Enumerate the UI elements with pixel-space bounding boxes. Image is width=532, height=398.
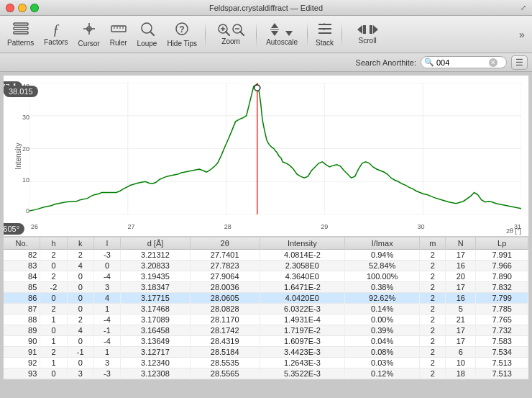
cursor-icon bbox=[82, 22, 96, 38]
col-d: d [Å] bbox=[121, 238, 191, 250]
table-header: No. h k l d [Å] 2θ Intensity I/Imax m N … bbox=[4, 238, 528, 250]
window-controls[interactable] bbox=[6, 4, 39, 12]
autoscale-icons bbox=[268, 22, 295, 37]
svg-rect-2 bbox=[14, 32, 28, 34]
col-n: N bbox=[446, 238, 476, 250]
autoscale-button[interactable]: Autoscale bbox=[260, 18, 303, 51]
col-lp: Lp bbox=[476, 238, 528, 250]
table-row[interactable]: 9303-33.1230828.55655.3522E-30.12%2187.5… bbox=[4, 368, 528, 379]
stack-button[interactable]: Stack bbox=[311, 18, 338, 51]
table-row[interactable]: 8222-33.2131227.74014.0814E-20.94%2177.9… bbox=[4, 250, 528, 261]
loupe-label: Loupe bbox=[137, 40, 157, 48]
hide-tips-icon: ? bbox=[175, 22, 189, 38]
loupe-icon bbox=[140, 22, 155, 38]
cursor-button[interactable]: Cursor bbox=[74, 18, 104, 51]
svg-rect-34 bbox=[370, 25, 372, 34]
table-row[interactable]: 8904-13.1645828.17421.7197E-20.39%2177.7… bbox=[4, 325, 528, 336]
minimize-button[interactable] bbox=[18, 4, 27, 12]
stack-label: Stack bbox=[316, 39, 334, 47]
x-tick-29: 29 bbox=[321, 223, 328, 230]
svg-line-12 bbox=[150, 32, 154, 35]
zoom-label: Zoom bbox=[221, 37, 240, 45]
separator-4 bbox=[341, 22, 342, 48]
hide-tips-label: Hide Tips bbox=[167, 40, 197, 48]
search-menu-button[interactable]: ☰ bbox=[511, 55, 528, 70]
y-axis-ticks: 40 30 20 10 0 bbox=[18, 83, 29, 214]
ruler-button[interactable]: Ruler bbox=[106, 18, 132, 51]
y-tick-20: 20 bbox=[18, 145, 29, 153]
tooltip-intensity: 38.015 bbox=[4, 86, 38, 97]
x-tick-30: 30 bbox=[418, 223, 425, 230]
svg-line-16 bbox=[226, 32, 229, 35]
factors-button[interactable]: ƒ Factors bbox=[40, 18, 72, 51]
separator-2 bbox=[256, 22, 257, 48]
toolbar: Patterns ƒ Factors Cursor Ruler bbox=[0, 16, 532, 53]
factors-label: Factors bbox=[44, 38, 68, 46]
table-row[interactable]: 921033.1234028.55351.2643E-30.03%2107.51… bbox=[4, 358, 528, 368]
hide-tips-button[interactable]: ? Hide Tips bbox=[162, 18, 201, 51]
col-2theta: 2θ bbox=[190, 238, 260, 250]
svg-marker-23 bbox=[271, 31, 278, 36]
scroll-icons bbox=[357, 24, 379, 35]
scroll-label: Scroll bbox=[359, 37, 377, 45]
zoom-icons bbox=[217, 23, 244, 36]
table-row[interactable]: 8420-43.1943527.90644.3640E0100.00%2207.… bbox=[4, 271, 528, 282]
search-icon: 🔍 bbox=[424, 58, 434, 67]
patterns-icon bbox=[13, 22, 29, 37]
x-tick-27: 27 bbox=[127, 223, 134, 230]
x-axis-unit: 2θ [°] bbox=[506, 227, 521, 235]
expand-icon[interactable]: ⤢ bbox=[520, 4, 526, 12]
ruler-icon bbox=[111, 22, 127, 37]
svg-text:?: ? bbox=[180, 24, 185, 35]
svg-rect-32 bbox=[363, 25, 366, 34]
loupe-button[interactable]: Loupe bbox=[133, 18, 162, 51]
cursor-label: Cursor bbox=[78, 40, 100, 48]
chart-svg bbox=[29, 83, 521, 214]
search-input[interactable] bbox=[436, 58, 487, 67]
y-tick-30: 30 bbox=[18, 114, 29, 121]
table-row[interactable]: 85-2033.1834728.00361.6471E-20.38%2177.8… bbox=[4, 282, 528, 293]
table-row[interactable]: 830403.2083327.78232.3058E052.84%2167.96… bbox=[4, 261, 528, 271]
patterns-label: Patterns bbox=[7, 39, 34, 47]
window-title: Feldspar.crystaldiffract — Edited bbox=[209, 4, 323, 12]
y-tick-10: 10 bbox=[18, 176, 29, 184]
autoscale-label: Autoscale bbox=[266, 38, 298, 46]
table-row[interactable]: 872013.1746828.08286.0322E-30.14%257.785 bbox=[4, 304, 528, 315]
table-row[interactable]: 8812-43.1708928.11701.4931E-40.00%2217.7… bbox=[4, 315, 528, 325]
close-button[interactable] bbox=[6, 4, 14, 12]
zoom-button[interactable]: Zoom bbox=[209, 18, 252, 51]
table-row[interactable]: 912-113.1271728.51843.4423E-30.08%267.53… bbox=[4, 347, 528, 358]
maximize-button[interactable] bbox=[30, 4, 39, 12]
table-row[interactable]: 9010-43.1364928.43191.6097E-30.04%2177.5… bbox=[4, 336, 528, 347]
col-no: No. bbox=[4, 238, 40, 250]
stack-icon bbox=[317, 22, 333, 37]
scroll-button[interactable]: Scroll bbox=[346, 18, 389, 51]
search-clear-button[interactable]: ✕ bbox=[489, 58, 497, 67]
table-row[interactable]: 860043.1771528.06054.0420E092.62%2167.79… bbox=[4, 293, 528, 304]
col-l: l bbox=[93, 238, 120, 250]
svg-rect-0 bbox=[14, 23, 28, 25]
x-tick-28: 28 bbox=[224, 223, 231, 230]
col-h: h bbox=[40, 238, 67, 250]
svg-point-47 bbox=[254, 85, 260, 91]
svg-marker-25 bbox=[285, 31, 293, 36]
col-k: k bbox=[67, 238, 93, 250]
svg-marker-33 bbox=[373, 25, 378, 34]
separator-1 bbox=[205, 22, 206, 48]
svg-rect-6 bbox=[111, 26, 126, 32]
svg-rect-1 bbox=[14, 27, 28, 30]
chart-container: Intensity 40 30 20 10 0 3.177 Å 3 bbox=[3, 75, 529, 237]
x-axis-ticks: 26 27 28 29 30 31 bbox=[31, 223, 521, 230]
factors-icon: ƒ bbox=[52, 22, 60, 37]
search-input-wrapper[interactable]: 🔍 ✕ bbox=[421, 56, 507, 68]
search-bar: Search Anorthite: 🔍 ✕ ☰ bbox=[0, 53, 532, 72]
y-tick-0: 0 bbox=[18, 207, 29, 214]
x-tick-26: 26 bbox=[31, 223, 38, 230]
svg-line-20 bbox=[240, 32, 244, 35]
ruler-label: Ruler bbox=[110, 39, 127, 47]
patterns-button[interactable]: Patterns bbox=[3, 18, 38, 51]
expand-toolbar-button[interactable]: » bbox=[515, 18, 529, 51]
data-table: No. h k l d [Å] 2θ Intensity I/Imax m N … bbox=[3, 237, 529, 380]
col-iimax: I/Imax bbox=[345, 238, 420, 250]
tooltip-angle: 28.0605° bbox=[3, 223, 24, 235]
